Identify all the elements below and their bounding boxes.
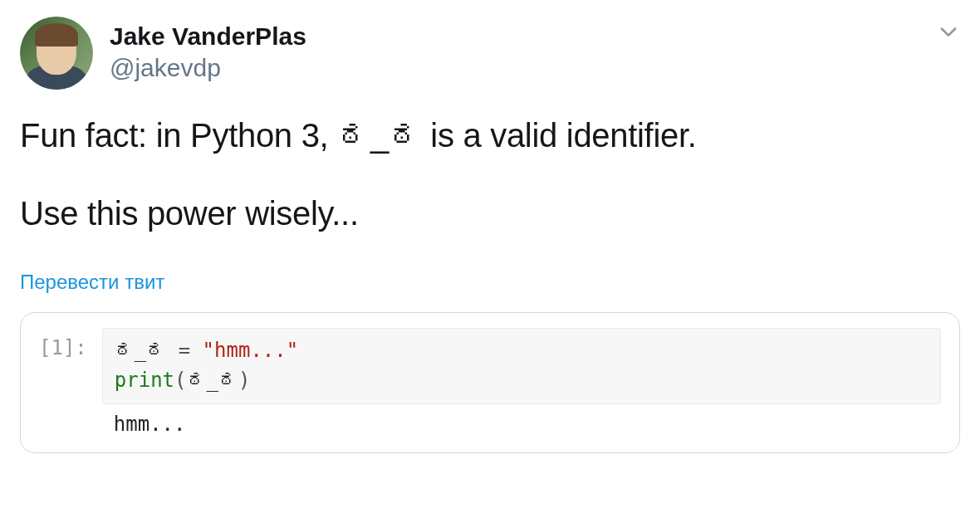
avatar-hair-shape	[35, 23, 78, 46]
code-card: [1]: ಠ_ಠ = "hmm..." print(ಠ_ಠ) hmm...	[20, 312, 960, 453]
avatar[interactable]	[20, 17, 93, 90]
author-display-name: Jake VanderPlas	[110, 22, 920, 51]
code-input: ಠ_ಠ = "hmm..." print(ಠ_ಠ)	[102, 328, 941, 404]
code-output: hmm...	[102, 404, 941, 436]
tweet-line-2: Use this power wisely...	[20, 191, 960, 236]
code-row: [1]: ಠ_ಠ = "hmm..." print(ಠ_ಠ) hmm...	[39, 328, 941, 436]
code-paren-close: )	[238, 369, 250, 392]
code-prompt: [1]:	[39, 328, 87, 359]
author-handle: @jakevdp	[110, 51, 920, 84]
code-body: ಠ_ಠ = "hmm..." print(ಠ_ಠ) hmm...	[102, 328, 941, 436]
tweet-line-1: Fun fact: in Python 3, ಠ_ಠ is a valid id…	[20, 113, 960, 158]
chevron-down-icon[interactable]	[937, 20, 960, 43]
translate-link[interactable]: Перевести твит	[20, 271, 164, 294]
code-string: "hmm..."	[203, 339, 299, 362]
code-arg: ಠ_ಠ	[187, 369, 238, 392]
code-paren-open: (	[174, 369, 186, 392]
tweet-text: Fun fact: in Python 3, ಠ_ಠ is a valid id…	[20, 113, 960, 236]
author-block[interactable]: Jake VanderPlas @jakevdp	[110, 17, 920, 84]
tweet-header: Jake VanderPlas @jakevdp	[20, 17, 960, 90]
code-function: print	[115, 369, 174, 392]
code-operator: =	[166, 339, 202, 362]
code-identifier: ಠ_ಠ	[115, 339, 166, 362]
